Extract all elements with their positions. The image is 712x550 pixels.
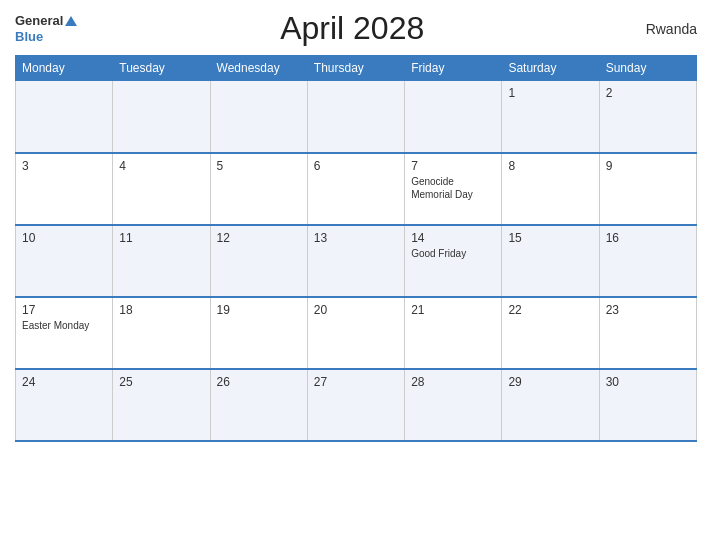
holiday-label: Genocide Memorial Day	[411, 175, 495, 201]
calendar-cell	[405, 81, 502, 153]
country-label: Rwanda	[627, 21, 697, 37]
calendar-cell: 1	[502, 81, 599, 153]
calendar-cell	[113, 81, 210, 153]
day-number: 17	[22, 303, 106, 317]
holiday-label: Good Friday	[411, 247, 495, 260]
calendar-cell: 7Genocide Memorial Day	[405, 153, 502, 225]
calendar-cell: 24	[16, 369, 113, 441]
logo: General Blue	[15, 13, 77, 44]
calendar-cell: 9	[599, 153, 696, 225]
col-sunday: Sunday	[599, 56, 696, 81]
calendar-cell: 26	[210, 369, 307, 441]
calendar-cell	[16, 81, 113, 153]
day-number: 9	[606, 159, 690, 173]
calendar-cell: 19	[210, 297, 307, 369]
calendar-title: April 2028	[77, 10, 627, 47]
day-number: 27	[314, 375, 398, 389]
calendar-page: General Blue April 2028 Rwanda Monday Tu…	[0, 0, 712, 550]
day-number: 19	[217, 303, 301, 317]
day-number: 23	[606, 303, 690, 317]
calendar-header: Monday Tuesday Wednesday Thursday Friday…	[16, 56, 697, 81]
day-number: 24	[22, 375, 106, 389]
calendar-cell: 11	[113, 225, 210, 297]
logo-triangle-icon	[65, 16, 77, 26]
week-row-1: 12	[16, 81, 697, 153]
calendar-cell: 6	[307, 153, 404, 225]
week-row-4: 17Easter Monday181920212223	[16, 297, 697, 369]
day-number: 18	[119, 303, 203, 317]
col-tuesday: Tuesday	[113, 56, 210, 81]
calendar-cell: 20	[307, 297, 404, 369]
week-row-5: 24252627282930	[16, 369, 697, 441]
calendar-cell: 21	[405, 297, 502, 369]
day-number: 2	[606, 86, 690, 100]
day-number: 14	[411, 231, 495, 245]
calendar-cell: 10	[16, 225, 113, 297]
calendar-cell: 14Good Friday	[405, 225, 502, 297]
col-saturday: Saturday	[502, 56, 599, 81]
calendar-cell	[210, 81, 307, 153]
day-number: 7	[411, 159, 495, 173]
day-number: 3	[22, 159, 106, 173]
day-number: 28	[411, 375, 495, 389]
day-number: 6	[314, 159, 398, 173]
day-number: 16	[606, 231, 690, 245]
day-number: 1	[508, 86, 592, 100]
calendar-table: Monday Tuesday Wednesday Thursday Friday…	[15, 55, 697, 442]
day-number: 29	[508, 375, 592, 389]
day-number: 4	[119, 159, 203, 173]
col-friday: Friday	[405, 56, 502, 81]
day-number: 12	[217, 231, 301, 245]
col-wednesday: Wednesday	[210, 56, 307, 81]
logo-general-text: General	[15, 13, 63, 29]
calendar-cell: 8	[502, 153, 599, 225]
calendar-cell: 17Easter Monday	[16, 297, 113, 369]
calendar-cell: 13	[307, 225, 404, 297]
calendar-cell: 15	[502, 225, 599, 297]
calendar-cell	[307, 81, 404, 153]
calendar-cell: 22	[502, 297, 599, 369]
day-number: 10	[22, 231, 106, 245]
day-number: 20	[314, 303, 398, 317]
day-number: 25	[119, 375, 203, 389]
calendar-cell: 27	[307, 369, 404, 441]
calendar-cell: 29	[502, 369, 599, 441]
calendar-cell: 4	[113, 153, 210, 225]
calendar-cell: 2	[599, 81, 696, 153]
day-number: 8	[508, 159, 592, 173]
day-number: 30	[606, 375, 690, 389]
week-row-2: 34567Genocide Memorial Day89	[16, 153, 697, 225]
day-number: 11	[119, 231, 203, 245]
day-number: 13	[314, 231, 398, 245]
day-number: 21	[411, 303, 495, 317]
calendar-cell: 3	[16, 153, 113, 225]
calendar-cell: 23	[599, 297, 696, 369]
day-number: 22	[508, 303, 592, 317]
logo-blue-text: Blue	[15, 29, 77, 45]
calendar-cell: 25	[113, 369, 210, 441]
day-number: 5	[217, 159, 301, 173]
header: General Blue April 2028 Rwanda	[15, 10, 697, 47]
col-monday: Monday	[16, 56, 113, 81]
calendar-cell: 12	[210, 225, 307, 297]
calendar-cell: 5	[210, 153, 307, 225]
week-row-3: 1011121314Good Friday1516	[16, 225, 697, 297]
calendar-cell: 16	[599, 225, 696, 297]
header-row: Monday Tuesday Wednesday Thursday Friday…	[16, 56, 697, 81]
day-number: 15	[508, 231, 592, 245]
day-number: 26	[217, 375, 301, 389]
calendar-cell: 30	[599, 369, 696, 441]
calendar-cell: 28	[405, 369, 502, 441]
holiday-label: Easter Monday	[22, 319, 106, 332]
calendar-cell: 18	[113, 297, 210, 369]
col-thursday: Thursday	[307, 56, 404, 81]
calendar-body: 1234567Genocide Memorial Day891011121314…	[16, 81, 697, 441]
